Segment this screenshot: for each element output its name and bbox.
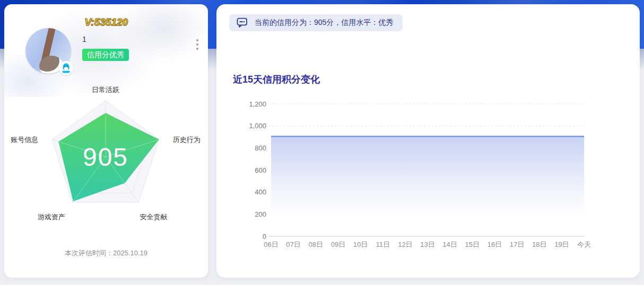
- radar-axis-label: 历史行为: [173, 136, 201, 144]
- avatar-vip-tag: V:535120: [84, 16, 128, 28]
- evaluation-time: 本次评估时间：2025.10.19: [4, 248, 208, 258]
- radar-axis-label: 安全贡献: [140, 213, 167, 221]
- trend-area: [271, 137, 584, 237]
- radar-score: 905: [83, 143, 128, 171]
- x-tick-label: 07日: [286, 241, 300, 248]
- nickname: 1: [82, 35, 86, 43]
- x-tick-label: 16日: [488, 241, 502, 248]
- y-tick-label: 1,200: [249, 100, 266, 108]
- x-tick-label: 12日: [398, 241, 412, 248]
- score-panel: 当前的信用分为：905分，信用水平：优秀 近15天信用积分变化 02004006…: [216, 4, 640, 278]
- x-tick-label: 19日: [554, 241, 569, 248]
- x-tick-label: 14日: [442, 241, 457, 248]
- comment-bubble-icon: [237, 17, 248, 28]
- y-tick-label: 600: [255, 166, 266, 174]
- x-tick-label: 今天: [577, 241, 591, 248]
- y-tick-label: 200: [255, 210, 266, 218]
- notice-text: 当前的信用分为：905分，信用水平：优秀: [255, 18, 393, 28]
- x-tick-label: 13日: [420, 241, 434, 248]
- y-tick-label: 1,000: [249, 122, 266, 130]
- x-tick-label: 11日: [376, 241, 390, 248]
- radar-axis-label: 游戏资产: [38, 213, 65, 221]
- radar-chart: 日常活跃历史行为安全贡献游戏资产账号信息905: [10, 84, 203, 227]
- qq-penguin-icon: [59, 61, 73, 75]
- y-tick-label: 400: [255, 188, 266, 196]
- x-tick-label: 17日: [510, 241, 524, 248]
- x-tick-label: 06日: [264, 241, 278, 248]
- x-tick-label: 18日: [532, 241, 546, 248]
- trend-chart: 02004006008001,0001,20006日07日08日09日10日11…: [236, 98, 607, 257]
- credit-score-page: V:535120 1 信用分优秀 日常活跃历史行为安全贡献游戏资产账号信息905…: [0, 0, 644, 285]
- credit-badge: 信用分优秀: [82, 49, 129, 61]
- qq-penguin-glyph: [62, 63, 71, 73]
- y-tick-label: 800: [255, 144, 266, 152]
- more-menu-icon[interactable]: [193, 36, 202, 53]
- notice-bar: 当前的信用分为：905分，信用水平：优秀: [229, 14, 403, 31]
- radar-axis-label: 日常活跃: [92, 86, 119, 94]
- chart-title: 近15天信用积分变化: [233, 73, 320, 86]
- profile-card: V:535120 1 信用分优秀 日常活跃历史行为安全贡献游戏资产账号信息905…: [4, 4, 208, 278]
- radar-axis-label: 账号信息: [11, 136, 38, 144]
- x-tick-label: 10日: [353, 241, 368, 248]
- y-tick-label: 0: [263, 233, 266, 241]
- x-tick-label: 08日: [309, 241, 323, 248]
- x-tick-label: 09日: [331, 241, 345, 248]
- x-tick-label: 15日: [465, 241, 480, 248]
